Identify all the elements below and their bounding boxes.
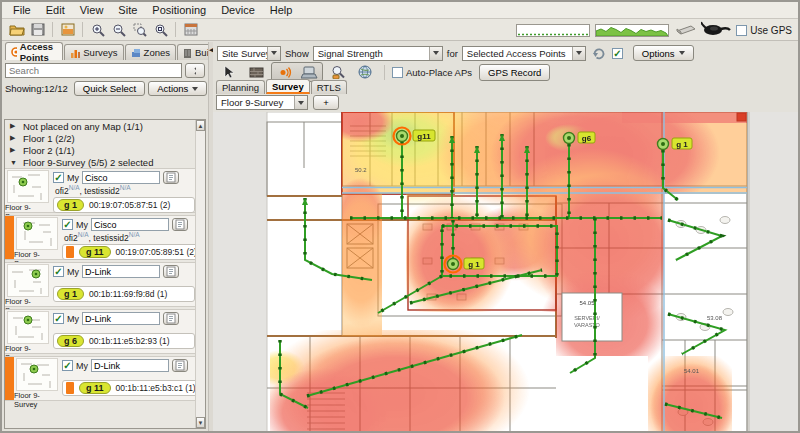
ap-radio-row[interactable]: g 6 00:1b:11:e5:b2:93 (1) — [53, 333, 195, 349]
collapse-arrow-icon[interactable]: ▼ — [10, 159, 18, 166]
showing-row: Showing:12/12 Quick Select Actions — [2, 80, 208, 99]
zoom-fit-icon[interactable] — [150, 20, 171, 39]
tab-surveys[interactable]: Surveys — [64, 44, 123, 60]
tab-survey[interactable]: Survey — [266, 79, 310, 94]
add-map-button[interactable]: + — [313, 95, 339, 110]
tree-item-floor-1[interactable]: ▶Floor 1 (2/2) — [5, 132, 205, 144]
export-image-icon[interactable] — [57, 20, 78, 39]
ap-card[interactable]: Floor 9-Survey ✓ My ofi2N/A, testissid2N… — [5, 215, 195, 260]
ap-map-thumbnail — [7, 264, 49, 297]
clear-search-button[interactable] — [185, 63, 205, 78]
menu-edit[interactable]: Edit — [39, 3, 72, 17]
use-gps-checkbox-box[interactable] — [736, 25, 747, 36]
expand-arrow-icon[interactable]: ▶ — [10, 122, 18, 130]
tree-label: Floor 9-Survey (5/5) 2 selected — [23, 157, 153, 168]
floor-select[interactable]: Floor 9-Survey — [216, 95, 308, 110]
channel-badge: g 11 — [79, 246, 111, 258]
menu-positioning[interactable]: Positioning — [145, 3, 213, 17]
list-scrollbar[interactable]: ▲ ▼ — [195, 120, 205, 428]
ap-card[interactable]: Floor 9-Survey ✓ My g 11 00:1b:11:e5:b3:… — [5, 356, 195, 401]
globe-icon — [358, 65, 372, 79]
tab-zones[interactable]: Zones — [125, 44, 176, 60]
ap-marker-g6[interactable]: g6 — [564, 132, 596, 144]
ap-name-field[interactable] — [91, 359, 169, 372]
ap-card[interactable]: Floor 9-Survey ✓ My g 1 00:1b:11:69:f9:8… — [5, 262, 195, 307]
refresh-icon[interactable] — [590, 44, 608, 62]
chevron-down-icon — [433, 51, 439, 55]
my-label: My — [76, 220, 88, 230]
tab-planning[interactable]: Planning — [216, 80, 265, 94]
show-label: Show — [285, 48, 309, 59]
actions-button[interactable]: Actions — [148, 81, 207, 96]
ap-radio-row[interactable]: g 11 00:19:07:05:89:51 (2) — [62, 244, 204, 260]
tab-label: Surveys — [83, 47, 117, 58]
auto-refresh-checkbox[interactable]: ✓ — [612, 48, 623, 59]
expand-arrow-icon[interactable]: ▶ — [10, 146, 18, 154]
ap-radio-row[interactable]: g 1 00:1b:11:69:f9:8d (1) — [53, 286, 195, 302]
channel-badge: g 6 — [57, 335, 84, 347]
quick-select-button[interactable]: Quick Select — [74, 81, 145, 96]
ap-name-field[interactable] — [82, 171, 160, 184]
my-ap-checkbox[interactable]: ✓ — [53, 266, 64, 277]
search-input[interactable] — [5, 63, 182, 78]
ap-name-field[interactable] — [82, 312, 160, 325]
my-ap-checkbox[interactable]: ✓ — [53, 172, 64, 183]
ap-note-button[interactable] — [163, 171, 179, 184]
channel-badge: g 1 — [57, 288, 84, 300]
adapter-card-icon — [674, 22, 696, 38]
tree-item-not-placed[interactable]: ▶Not placed on any Map (1/1) — [5, 120, 205, 132]
ap-marker-g1[interactable]: g 1 — [658, 138, 693, 150]
mode-select[interactable]: Site Survey — [217, 46, 281, 61]
zoom-out-icon[interactable] — [108, 20, 129, 39]
ap-thumbnail-wrap: Floor 9-Survey — [5, 169, 51, 212]
menu-file[interactable]: File — [6, 3, 38, 17]
my-ap-checkbox[interactable]: ✓ — [53, 313, 64, 324]
selection-bar — [66, 382, 74, 394]
tree-item-floor-9-survey[interactable]: ▼Floor 9-Survey (5/5) 2 selected — [5, 156, 205, 168]
ap-name-field[interactable] — [82, 265, 160, 278]
measure-icon[interactable] — [180, 20, 201, 39]
scroll-down-button[interactable]: ▼ — [196, 417, 205, 428]
menu-view[interactable]: View — [73, 3, 111, 17]
menu-device[interactable]: Device — [214, 3, 262, 17]
ap-radio-row[interactable]: g 1 00:19:07:05:87:51 (2) — [53, 197, 195, 213]
expand-arrow-icon[interactable]: ▶ — [10, 134, 18, 142]
tab-rtls[interactable]: RTLS — [311, 80, 347, 94]
gps-map-tool-button[interactable] — [353, 63, 377, 81]
magnifier-lock-icon — [331, 65, 346, 79]
options-button[interactable]: Options — [633, 45, 694, 61]
chevron-down-icon — [576, 51, 582, 55]
use-gps-checkbox[interactable]: Use GPS — [736, 25, 792, 36]
menu-help[interactable]: Help — [263, 3, 300, 17]
scroll-up-button[interactable]: ▲ — [196, 120, 205, 131]
save-icon[interactable] — [27, 20, 48, 39]
my-ap-checkbox[interactable]: ✓ — [62, 219, 73, 230]
ap-card[interactable]: Floor 9-Survey ✓ My g 6 00:1b:11:e5:b2:9… — [5, 309, 195, 354]
ap-name-field[interactable] — [91, 218, 169, 231]
zones-icon — [131, 48, 141, 58]
ap-filter-select[interactable]: Selected Access Points — [462, 46, 586, 61]
ap-note-button[interactable] — [163, 265, 179, 278]
room-label: 53.08 — [707, 315, 723, 321]
ap-note-button[interactable] — [172, 218, 188, 231]
ap-note-button[interactable] — [172, 359, 188, 372]
menu-site[interactable]: Site — [111, 3, 144, 17]
auto-place-checkbox-box[interactable] — [392, 67, 403, 78]
ap-radio-row[interactable]: g 11 00:1b:11:e5:b3:c1 (1) — [62, 380, 204, 396]
open-icon[interactable] — [6, 20, 27, 39]
gps-record-button[interactable]: GPS Record — [479, 64, 550, 81]
map-canvas[interactable]: 54.05 SERVERI/ VARASTO 50.2 53.08 54.01 — [213, 112, 798, 431]
ap-card[interactable]: Floor 9-Survey ✓ My ofi2N/A, testissid2N… — [5, 168, 195, 213]
zoom-area-icon[interactable] — [129, 20, 150, 39]
selection-bar — [5, 216, 14, 259]
my-ap-checkbox[interactable]: ✓ — [62, 360, 73, 371]
chevron-down-icon — [271, 51, 277, 55]
search-row — [2, 60, 208, 80]
auto-place-checkbox[interactable]: Auto-Place APs — [392, 67, 472, 78]
tree-item-floor-2[interactable]: ▶Floor 2 (1/1) — [5, 144, 205, 156]
zoom-in-icon[interactable] — [87, 20, 108, 39]
tab-access-points[interactable]: Access Points — [5, 42, 63, 60]
ap-note-button[interactable] — [163, 312, 179, 325]
visualization-select[interactable]: Signal Strength — [313, 46, 443, 61]
my-label: My — [76, 361, 88, 371]
